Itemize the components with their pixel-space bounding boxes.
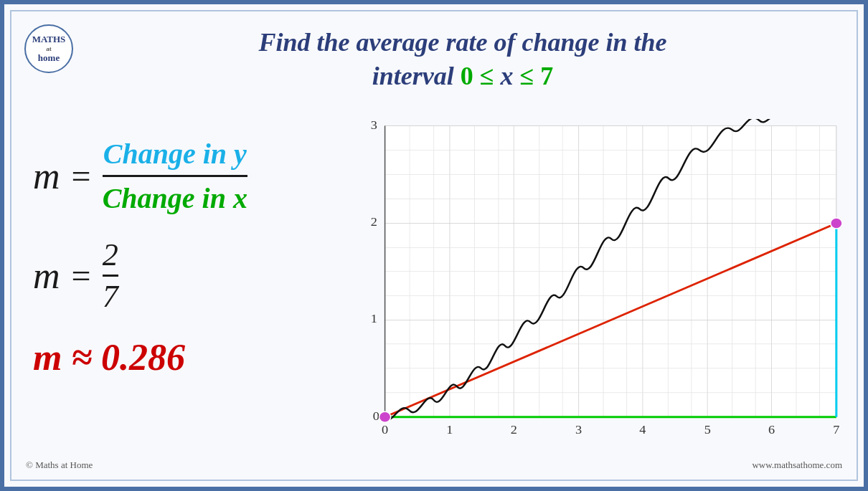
- equals-1: =: [72, 156, 91, 196]
- svg-text:1: 1: [446, 423, 453, 437]
- logo-at: at: [46, 45, 52, 53]
- page-title: Find the average rate of change in the i…: [83, 26, 842, 93]
- svg-point-53: [379, 411, 390, 422]
- equals-2: =: [72, 256, 91, 295]
- inner-border: MATHS at home Find the average rate of c…: [10, 10, 858, 481]
- logo: MATHS at home: [24, 24, 73, 73]
- title-interval-value: 0 ≤: [461, 62, 501, 90]
- svg-text:0: 0: [382, 423, 388, 437]
- numerator-text: Change in y: [103, 137, 247, 173]
- fraction-line-1: [103, 175, 247, 177]
- graph-container: 0 1 2 3 4 5 6 7 0 1 2 3: [356, 119, 844, 451]
- title-line1: Find the average rate of change in the: [83, 26, 842, 59]
- title-line2: interval 0 ≤ x ≤ 7: [83, 59, 842, 93]
- main-fraction: Change in y Change in x: [103, 137, 247, 215]
- svg-text:5: 5: [704, 423, 711, 437]
- svg-point-54: [831, 218, 842, 229]
- num2-text: 2: [103, 237, 118, 273]
- svg-text:2: 2: [511, 423, 517, 437]
- svg-text:0: 0: [373, 409, 379, 422]
- fraction-line-2: [103, 275, 118, 277]
- logo-maths: MATHS: [32, 34, 66, 45]
- svg-text:7: 7: [833, 423, 839, 437]
- svg-text:2: 2: [371, 215, 377, 229]
- logo-home: home: [38, 52, 60, 64]
- graph-svg: 0 1 2 3 4 5 6 7 0 1 2 3: [356, 119, 844, 451]
- title-interval-prefix: interval: [372, 62, 461, 90]
- svg-text:1: 1: [371, 312, 377, 325]
- formula-approx: m ≈ 0.286: [33, 336, 334, 378]
- denominator-text: Change in x: [103, 178, 247, 215]
- formula-section: m = Change in y Change in x m = 2 7: [33, 137, 334, 378]
- outer-border: MATHS at home Find the average rate of c…: [0, 0, 868, 491]
- svg-text:6: 6: [768, 423, 775, 437]
- formula-fraction: m = Change in y Change in x: [33, 137, 334, 215]
- title-interval-end: ≤ 7: [514, 62, 554, 90]
- m-label-2: m: [33, 254, 60, 297]
- footer-left: © Maths at Home: [26, 459, 93, 471]
- m-label-1: m: [33, 155, 60, 197]
- fraction-27: 2 7: [103, 237, 118, 315]
- title-interval-x: x: [501, 62, 514, 90]
- svg-text:3: 3: [575, 423, 582, 437]
- den2-text: 7: [103, 278, 118, 315]
- footer-right: www.mathsathome.com: [752, 459, 842, 471]
- svg-text:4: 4: [639, 423, 646, 437]
- svg-text:3: 3: [371, 119, 377, 132]
- formula-fraction-27: m = 2 7: [33, 237, 334, 315]
